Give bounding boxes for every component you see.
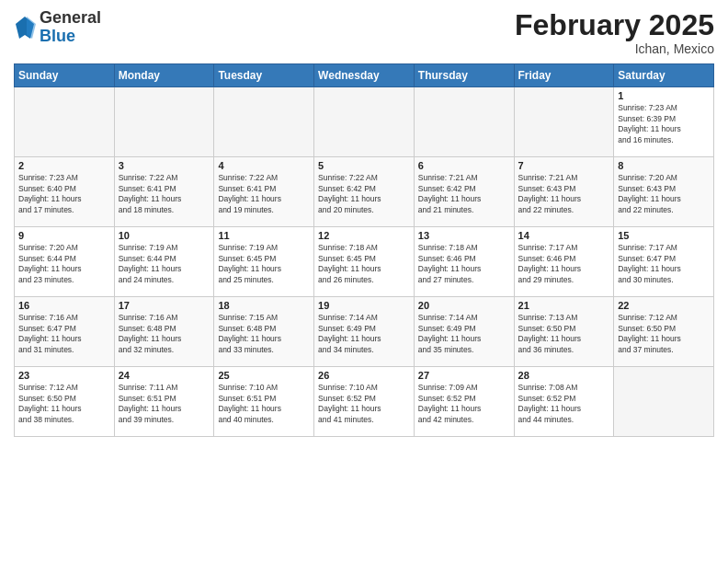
- calendar-cell: 17Sunrise: 7:16 AM Sunset: 6:48 PM Dayli…: [114, 297, 214, 367]
- day-number: 24: [119, 370, 210, 381]
- calendar-cell: [15, 87, 115, 157]
- day-info: Sunrise: 7:17 AM Sunset: 6:46 PM Dayligh…: [518, 243, 610, 285]
- logo-blue-text: Blue: [40, 28, 101, 46]
- week-row-1: 1Sunrise: 7:23 AM Sunset: 6:39 PM Daylig…: [15, 87, 714, 157]
- day-info: Sunrise: 7:14 AM Sunset: 6:49 PM Dayligh…: [418, 313, 510, 355]
- calendar-table: SundayMondayTuesdayWednesdayThursdayFrid…: [14, 63, 714, 437]
- calendar-cell: 8Sunrise: 7:20 AM Sunset: 6:43 PM Daylig…: [614, 157, 714, 227]
- day-info: Sunrise: 7:13 AM Sunset: 6:50 PM Dayligh…: [518, 313, 610, 355]
- logo-general-text: General: [40, 9, 101, 28]
- calendar-cell: 2Sunrise: 7:23 AM Sunset: 6:40 PM Daylig…: [15, 157, 115, 227]
- weekday-header-tuesday: Tuesday: [214, 64, 314, 87]
- calendar-cell: [614, 367, 714, 437]
- calendar-cell: 25Sunrise: 7:10 AM Sunset: 6:51 PM Dayli…: [214, 367, 314, 437]
- page-container: General Blue February 2025 Ichan, Mexico…: [0, 0, 728, 563]
- day-info: Sunrise: 7:08 AM Sunset: 6:52 PM Dayligh…: [518, 383, 610, 425]
- logo: General Blue: [14, 9, 101, 46]
- calendar-subtitle: Ichan, Mexico: [515, 41, 714, 56]
- day-info: Sunrise: 7:12 AM Sunset: 6:50 PM Dayligh…: [18, 383, 110, 425]
- day-number: 23: [18, 370, 110, 381]
- day-number: 3: [119, 160, 210, 171]
- day-info: Sunrise: 7:20 AM Sunset: 6:43 PM Dayligh…: [618, 173, 710, 215]
- day-number: 2: [18, 160, 110, 171]
- day-number: 7: [518, 160, 610, 171]
- day-number: 10: [119, 230, 210, 241]
- calendar-cell: 3Sunrise: 7:22 AM Sunset: 6:41 PM Daylig…: [114, 157, 214, 227]
- day-number: 18: [218, 300, 310, 311]
- weekday-header-saturday: Saturday: [614, 64, 714, 87]
- calendar-cell: [314, 87, 415, 157]
- logo-text: General Blue: [40, 9, 101, 46]
- calendar-cell: 19Sunrise: 7:14 AM Sunset: 6:49 PM Dayli…: [314, 297, 415, 367]
- day-number: 6: [418, 160, 510, 171]
- calendar-title: February 2025: [515, 9, 714, 41]
- day-number: 11: [218, 230, 310, 241]
- day-number: 1: [618, 90, 710, 101]
- calendar-cell: 10Sunrise: 7:19 AM Sunset: 6:44 PM Dayli…: [114, 227, 214, 297]
- day-number: 27: [418, 370, 510, 381]
- title-block: February 2025 Ichan, Mexico: [515, 9, 714, 56]
- day-number: 12: [318, 230, 410, 241]
- week-row-5: 23Sunrise: 7:12 AM Sunset: 6:50 PM Dayli…: [15, 367, 714, 437]
- day-number: 16: [18, 300, 110, 311]
- calendar-cell: 5Sunrise: 7:22 AM Sunset: 6:42 PM Daylig…: [314, 157, 415, 227]
- calendar-cell: 22Sunrise: 7:12 AM Sunset: 6:50 PM Dayli…: [614, 297, 714, 367]
- day-info: Sunrise: 7:22 AM Sunset: 6:42 PM Dayligh…: [318, 173, 410, 215]
- weekday-header-friday: Friday: [514, 64, 614, 87]
- calendar-cell: 12Sunrise: 7:18 AM Sunset: 6:45 PM Dayli…: [314, 227, 415, 297]
- day-number: 28: [518, 370, 610, 381]
- day-number: 13: [418, 230, 510, 241]
- page-header: General Blue February 2025 Ichan, Mexico: [14, 9, 714, 56]
- calendar-cell: 27Sunrise: 7:09 AM Sunset: 6:52 PM Dayli…: [414, 367, 514, 437]
- day-info: Sunrise: 7:22 AM Sunset: 6:41 PM Dayligh…: [119, 173, 210, 215]
- calendar-cell: 6Sunrise: 7:21 AM Sunset: 6:42 PM Daylig…: [414, 157, 514, 227]
- day-number: 4: [218, 160, 310, 171]
- day-info: Sunrise: 7:09 AM Sunset: 6:52 PM Dayligh…: [418, 383, 510, 425]
- weekday-header-monday: Monday: [114, 64, 214, 87]
- day-info: Sunrise: 7:22 AM Sunset: 6:41 PM Dayligh…: [218, 173, 310, 215]
- day-number: 14: [518, 230, 610, 241]
- day-info: Sunrise: 7:10 AM Sunset: 6:52 PM Dayligh…: [318, 383, 410, 425]
- calendar-cell: 21Sunrise: 7:13 AM Sunset: 6:50 PM Dayli…: [514, 297, 614, 367]
- calendar-cell: 20Sunrise: 7:14 AM Sunset: 6:49 PM Dayli…: [414, 297, 514, 367]
- calendar-cell: 7Sunrise: 7:21 AM Sunset: 6:43 PM Daylig…: [514, 157, 614, 227]
- calendar-cell: 23Sunrise: 7:12 AM Sunset: 6:50 PM Dayli…: [15, 367, 115, 437]
- weekday-header-row: SundayMondayTuesdayWednesdayThursdayFrid…: [15, 64, 714, 87]
- day-info: Sunrise: 7:23 AM Sunset: 6:40 PM Dayligh…: [18, 173, 110, 215]
- day-info: Sunrise: 7:16 AM Sunset: 6:48 PM Dayligh…: [119, 313, 210, 355]
- day-info: Sunrise: 7:16 AM Sunset: 6:47 PM Dayligh…: [18, 313, 110, 355]
- day-info: Sunrise: 7:18 AM Sunset: 6:46 PM Dayligh…: [418, 243, 510, 285]
- calendar-cell: 26Sunrise: 7:10 AM Sunset: 6:52 PM Dayli…: [314, 367, 415, 437]
- calendar-cell: [414, 87, 514, 157]
- day-number: 15: [618, 230, 710, 241]
- week-row-2: 2Sunrise: 7:23 AM Sunset: 6:40 PM Daylig…: [15, 157, 714, 227]
- svg-marker-1: [27, 17, 36, 39]
- calendar-cell: 9Sunrise: 7:20 AM Sunset: 6:44 PM Daylig…: [15, 227, 115, 297]
- day-info: Sunrise: 7:14 AM Sunset: 6:49 PM Dayligh…: [318, 313, 410, 355]
- day-info: Sunrise: 7:12 AM Sunset: 6:50 PM Dayligh…: [618, 313, 710, 355]
- calendar-cell: 13Sunrise: 7:18 AM Sunset: 6:46 PM Dayli…: [414, 227, 514, 297]
- day-info: Sunrise: 7:11 AM Sunset: 6:51 PM Dayligh…: [119, 383, 210, 425]
- day-number: 21: [518, 300, 610, 311]
- calendar-cell: 16Sunrise: 7:16 AM Sunset: 6:47 PM Dayli…: [15, 297, 115, 367]
- calendar-cell: 15Sunrise: 7:17 AM Sunset: 6:47 PM Dayli…: [614, 227, 714, 297]
- week-row-4: 16Sunrise: 7:16 AM Sunset: 6:47 PM Dayli…: [15, 297, 714, 367]
- day-number: 20: [418, 300, 510, 311]
- calendar-cell: 11Sunrise: 7:19 AM Sunset: 6:45 PM Dayli…: [214, 227, 314, 297]
- calendar-cell: [114, 87, 214, 157]
- day-info: Sunrise: 7:23 AM Sunset: 6:39 PM Dayligh…: [618, 103, 710, 145]
- logo-icon: [14, 15, 36, 40]
- calendar-cell: 4Sunrise: 7:22 AM Sunset: 6:41 PM Daylig…: [214, 157, 314, 227]
- calendar-cell: 1Sunrise: 7:23 AM Sunset: 6:39 PM Daylig…: [614, 87, 714, 157]
- day-info: Sunrise: 7:15 AM Sunset: 6:48 PM Dayligh…: [218, 313, 310, 355]
- weekday-header-wednesday: Wednesday: [314, 64, 415, 87]
- day-number: 17: [119, 300, 210, 311]
- calendar-cell: [514, 87, 614, 157]
- day-info: Sunrise: 7:20 AM Sunset: 6:44 PM Dayligh…: [18, 243, 110, 285]
- calendar-cell: [214, 87, 314, 157]
- day-number: 8: [618, 160, 710, 171]
- week-row-3: 9Sunrise: 7:20 AM Sunset: 6:44 PM Daylig…: [15, 227, 714, 297]
- day-info: Sunrise: 7:17 AM Sunset: 6:47 PM Dayligh…: [618, 243, 710, 285]
- day-info: Sunrise: 7:19 AM Sunset: 6:45 PM Dayligh…: [218, 243, 310, 285]
- day-number: 5: [318, 160, 410, 171]
